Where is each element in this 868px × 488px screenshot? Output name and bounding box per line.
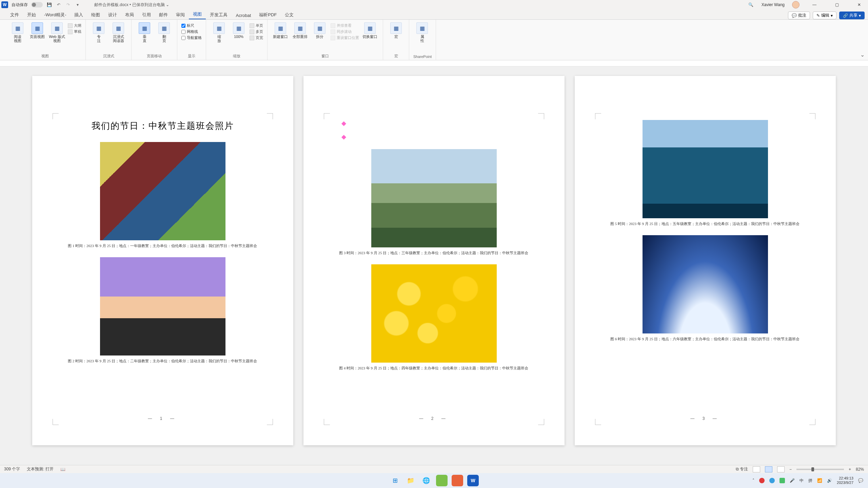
read-mode-view-button[interactable] (753, 466, 760, 472)
qat-more-icon[interactable]: ▾ (75, 2, 81, 8)
document-heading[interactable]: 我们的节日：中秋节主题班会照片 (59, 120, 266, 132)
outline-button[interactable]: 大纲 (68, 23, 81, 28)
zoom-button[interactable]: ▦缩放 (210, 21, 228, 43)
side-to-side-button[interactable]: ▦翻页 (155, 21, 173, 43)
tray-app-icon-1[interactable] (759, 478, 765, 483)
figure-caption[interactable]: 图 5 时间：2023 年 9 月 25 日；地点：五年级教室；主办单位：伯伦希… (610, 221, 800, 226)
page-1[interactable]: 我们的节日：中秋节主题班会照片图 1 时间：2023 年 9 月 25 日；地点… (32, 76, 293, 445)
gridlines-check-input[interactable] (181, 30, 185, 34)
zoom-slider[interactable] (796, 469, 844, 470)
tab--Word精灵-[interactable]: -Word精灵- (40, 10, 70, 19)
tab-绘图[interactable]: 绘图 (87, 10, 104, 19)
undo-icon[interactable]: ↶ (56, 2, 62, 8)
tab-文件[interactable]: 文件 (6, 10, 23, 19)
figure-caption[interactable]: 图 4 时间：2023 年 9 月 25 日；地点：四年级教室；主办单位：伯伦希… (339, 365, 529, 371)
ribbon-collapse-icon[interactable]: ⌄ (856, 20, 868, 60)
tray-wifi-icon[interactable]: 📶 (817, 478, 822, 483)
proofing-status[interactable]: 文本预测: 打开 (27, 466, 54, 472)
new-window-button[interactable]: ▦新建窗口 (272, 21, 289, 39)
draft-button[interactable]: 草稿 (68, 29, 81, 34)
properties-button[interactable]: ▦属性 (413, 21, 431, 43)
figure-image[interactable] (643, 120, 768, 218)
zoom-percent[interactable]: 82% (856, 467, 864, 472)
nav-pane-check-input[interactable] (181, 36, 185, 40)
figure-image[interactable] (371, 264, 497, 363)
tab-引用[interactable]: 引用 (138, 10, 155, 19)
tab-视图[interactable]: 视图 (189, 9, 206, 19)
switch-windows-button[interactable]: ▦切换窗口 (361, 21, 379, 39)
immersive-reader-button[interactable]: ▦沉浸式阅读器 (110, 21, 127, 43)
figure-caption[interactable]: 图 3 时间：2023 年 9 月 25 日；地点：三年级教室；主办单位：伯伦希… (339, 250, 529, 256)
editing-mode-button[interactable]: ✎ 编辑 ▾ (813, 12, 836, 19)
one-page-button[interactable]: 单页 (250, 23, 263, 28)
zoom-out-button[interactable]: − (789, 467, 792, 472)
tray-volume-icon[interactable]: 🔊 (827, 478, 832, 483)
tray-notifications-icon[interactable]: 💬 (858, 478, 863, 483)
start-button[interactable]: ⊞ (389, 475, 401, 486)
figure-caption[interactable]: 图 2 时间：2023 年 9 月 25 日；地点：二年级教室；主办单位：伯伦希… (68, 358, 258, 364)
page-width-button[interactable]: 页宽 (250, 35, 263, 40)
split-button[interactable]: ▦拆分 (311, 21, 329, 39)
gridlines-check[interactable]: 网格线 (181, 29, 202, 34)
tray-keyboard-icon[interactable]: 拼 (808, 478, 812, 484)
comments-button[interactable]: 💬 批注 (788, 12, 810, 19)
nav-pane-check[interactable]: 导航窗格 (181, 35, 202, 40)
tray-chevron-icon[interactable]: ˄ (752, 478, 754, 483)
multi-page-button[interactable]: 多页 (250, 29, 263, 34)
web-layout-view-button[interactable] (777, 466, 785, 472)
tab-福昕PDF[interactable]: 福昕PDF (255, 10, 281, 19)
user-name[interactable]: Xavier Wang (762, 2, 785, 7)
word-count[interactable]: 309 个字 (4, 466, 20, 472)
figure-image[interactable] (371, 149, 497, 247)
search-icon[interactable]: 🔍 (748, 2, 754, 8)
minimize-button[interactable]: — (807, 0, 822, 9)
autosave-toggle[interactable] (31, 2, 43, 7)
zoom-in-button[interactable]: + (849, 467, 851, 472)
figure-image[interactable] (100, 142, 225, 240)
tray-app-icon-2[interactable] (769, 478, 775, 483)
figure-caption[interactable]: 图 6 时间：2023 年 9 月 25 日；地点：六年级教室；主办单位：伯伦希… (610, 336, 800, 342)
document-workspace[interactable]: 我们的节日：中秋节主题班会照片图 1 时间：2023 年 9 月 25 日；地点… (0, 66, 868, 465)
tray-app-icon-3[interactable] (780, 478, 785, 483)
tab-审阅[interactable]: 审阅 (172, 10, 189, 19)
tray-clock[interactable]: 22:49:13 2023/9/27 (837, 476, 853, 485)
tab-插入[interactable]: 插入 (70, 10, 87, 19)
word-taskbar-icon[interactable]: W (467, 475, 479, 486)
arrange-all-button[interactable]: ▦全部重排 (291, 21, 309, 39)
avatar[interactable] (792, 1, 800, 8)
tab-邮件[interactable]: 邮件 (155, 10, 172, 19)
accessibility-icon[interactable]: 📖 (60, 467, 65, 472)
focus-mode-button[interactable]: ⧉ 专注 (736, 466, 748, 472)
maximize-button[interactable]: ▢ (829, 0, 844, 9)
tab-设计[interactable]: 设计 (104, 10, 121, 19)
tab-开发工具[interactable]: 开发工具 (206, 10, 232, 19)
figure-caption[interactable]: 图 1 时间：2023 年 9 月 25 日；地点：一年级教室；主办单位：伯伦希… (68, 243, 258, 248)
file-explorer-icon[interactable]: 📁 (405, 475, 416, 486)
tab-Acrobat[interactable]: Acrobat (232, 11, 255, 19)
read-view-button[interactable]: ▦阅读视图 (9, 21, 26, 43)
zoom-100-button[interactable]: ▦100% (230, 21, 248, 39)
page-2[interactable]: 图 3 时间：2023 年 9 月 25 日；地点：三年级教室；主办单位：伯伦希… (303, 76, 565, 445)
focus-button[interactable]: ▦专注 (90, 21, 107, 43)
app-icon-orange[interactable] (452, 475, 463, 486)
tab-布局[interactable]: 布局 (121, 10, 138, 19)
share-button[interactable]: 🔗 共享 ▾ (839, 12, 865, 19)
redo-icon[interactable]: ↷ (65, 2, 71, 8)
horizontal-ruler[interactable] (0, 60, 868, 66)
page-3[interactable]: 图 5 时间：2023 年 9 月 25 日；地点：五年级教室；主办单位：伯伦希… (575, 76, 836, 445)
app-icon-green[interactable] (436, 475, 448, 486)
print-layout-view-button[interactable] (765, 466, 772, 472)
figure-image[interactable] (100, 257, 225, 355)
tab-公文[interactable]: 公文 (281, 10, 298, 19)
web-layout-button[interactable]: ▦Web 版式视图 (48, 21, 66, 43)
macros-button[interactable]: ▦宏 (387, 21, 405, 39)
vertical-button[interactable]: ▦垂直 (136, 21, 153, 43)
tab-开始[interactable]: 开始 (23, 10, 40, 19)
ruler-check-input[interactable] (181, 24, 185, 28)
ruler-check[interactable]: 标尺 (181, 23, 202, 28)
save-icon[interactable]: 💾 (46, 2, 52, 8)
document-title-area[interactable]: 邮件合并模板.docx • 已保存到这台电脑 ⌄ (94, 2, 169, 8)
edge-icon[interactable]: 🌐 (420, 475, 432, 486)
tray-mic-icon[interactable]: 🎤 (790, 478, 795, 483)
print-layout-button[interactable]: ▦页面视图 (28, 21, 46, 39)
